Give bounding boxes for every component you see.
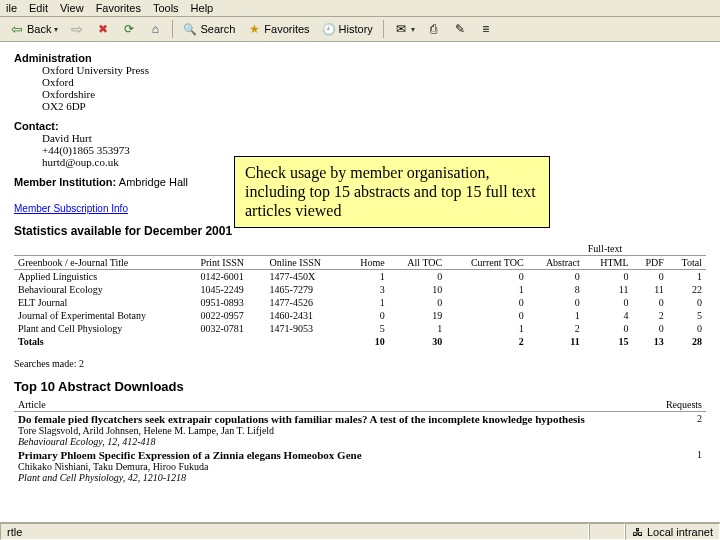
refresh-button[interactable] <box>118 20 140 38</box>
table-row: Journal of Experimental Botany0022-09571… <box>14 309 706 322</box>
back-arrow-icon <box>10 22 24 36</box>
edit-icon <box>453 22 467 36</box>
col-title: Greenbook / e-Journal Title <box>14 256 196 270</box>
status-cell <box>589 523 625 540</box>
table-row: Applied Linguistics0142-60011477-450X100… <box>14 270 706 284</box>
col-curtoc: Current TOC <box>446 256 527 270</box>
stop-icon <box>96 22 110 36</box>
discuss-icon <box>479 22 493 36</box>
journal-stats-table: Full-text Greenbook / e-Journal Title Pr… <box>14 242 706 348</box>
mail-button[interactable] <box>390 20 419 38</box>
table-row: Behavioural Ecology1045-22491465-7279310… <box>14 283 706 296</box>
contact-line: +44(0)1865 353973 <box>42 144 706 156</box>
table-row: ELT Journal0951-08931477-45261000000 <box>14 296 706 309</box>
col-article: Article <box>14 398 657 412</box>
admin-line: Oxford University Press <box>42 64 706 76</box>
col-total: Total <box>668 256 706 270</box>
abstracts-heading: Top 10 Abstract Downloads <box>14 379 706 394</box>
subscription-info-link[interactable]: Member Subscription Info <box>14 203 128 214</box>
col-alltoc: All TOC <box>389 256 447 270</box>
toolbar-separator <box>383 20 384 38</box>
toolbar-separator <box>172 20 173 38</box>
col-home: Home <box>345 256 389 270</box>
edit-button[interactable] <box>449 20 471 38</box>
totals-row: Totals 10 30 2 11 15 13 28 <box>14 335 706 348</box>
abstracts-table: Article Requests Do female pied flycatch… <box>14 398 706 484</box>
refresh-icon <box>122 22 136 36</box>
menu-help[interactable]: Help <box>191 2 214 14</box>
admin-line: Oxfordshire <box>42 88 706 100</box>
admin-line: Oxford <box>42 76 706 88</box>
page-content: Check usage by member organisation, incl… <box>0 42 720 522</box>
forward-arrow-icon <box>70 22 84 36</box>
mail-icon <box>394 22 408 36</box>
menu-tools[interactable]: Tools <box>153 2 179 14</box>
home-button[interactable] <box>144 20 166 38</box>
col-pdf: PDF <box>633 256 668 270</box>
search-button[interactable]: Search <box>179 20 239 38</box>
menu-file[interactable]: ile <box>6 2 17 14</box>
abstract-row: Do female pied flycatchers seek extrapai… <box>14 412 706 449</box>
browser-toolbar: Back Search Favorites History <box>0 17 720 42</box>
annotation-callout: Check usage by member organisation, incl… <box>234 156 550 228</box>
admin-heading: Administration <box>14 52 706 64</box>
admin-line: OX2 6DP <box>42 100 706 112</box>
history-button[interactable]: History <box>318 20 377 38</box>
discuss-button[interactable] <box>475 20 497 38</box>
col-abstract: Abstract <box>528 256 584 270</box>
forward-button[interactable] <box>66 20 88 38</box>
col-requests: Requests <box>657 398 706 412</box>
print-button[interactable] <box>423 20 445 38</box>
favorites-button[interactable]: Favorites <box>243 20 313 38</box>
favorites-icon <box>247 22 261 36</box>
menu-bar: ile Edit View Favorites Tools Help <box>0 0 720 17</box>
print-icon <box>427 22 441 36</box>
status-bar: rtle Local intranet <box>0 522 720 540</box>
search-icon <box>183 22 197 36</box>
menu-favorites[interactable]: Favorites <box>96 2 141 14</box>
intranet-icon <box>632 526 643 538</box>
status-zone: Local intranet <box>625 523 720 540</box>
col-oissn: Online ISSN <box>266 256 346 270</box>
member-inst-value: Ambridge Hall <box>119 176 188 188</box>
history-icon <box>322 22 336 36</box>
menu-edit[interactable]: Edit <box>29 2 48 14</box>
member-inst-label: Member Institution: <box>14 176 116 188</box>
abstract-row: Primary Phloem Specific Expression of a … <box>14 448 706 484</box>
searches-made: Searches made: 2 <box>14 358 706 369</box>
contact-line: David Hurt <box>42 132 706 144</box>
group-fulltext: Full-text <box>584 242 706 256</box>
table-row: Plant and Cell Physiology0032-07811471-9… <box>14 322 706 335</box>
stop-button[interactable] <box>92 20 114 38</box>
status-text: rtle <box>0 523 589 540</box>
contact-heading: Contact: <box>14 120 706 132</box>
back-button[interactable]: Back <box>6 20 62 38</box>
col-pissn: Print ISSN <box>196 256 265 270</box>
menu-view[interactable]: View <box>60 2 84 14</box>
home-icon <box>148 22 162 36</box>
col-html: HTML <box>584 256 633 270</box>
